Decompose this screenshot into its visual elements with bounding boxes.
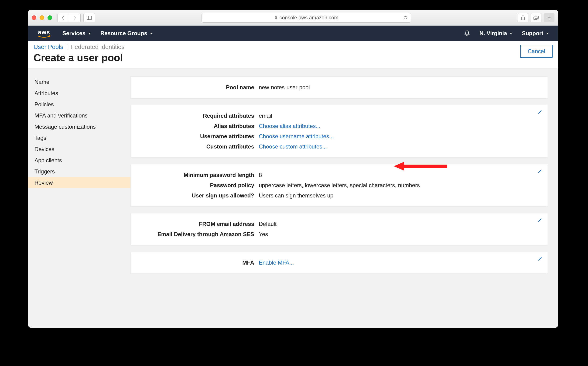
chevron-down-icon: ▼ <box>88 31 91 35</box>
label-username-attributes: Username attributes <box>138 133 259 140</box>
review-content: Pool name new-notes-user-pool Required a… <box>130 68 558 328</box>
value-pool-name: new-notes-user-pool <box>259 84 310 91</box>
aws-smile-icon <box>37 35 51 38</box>
fullscreen-window-button[interactable] <box>47 15 52 20</box>
sidebar-item-name[interactable]: Name <box>28 76 130 88</box>
sidebar-item-mfa-and-verifications[interactable]: MFA and verifications <box>28 110 130 121</box>
label-alias-attributes: Alias attributes <box>138 123 259 129</box>
tabs-button[interactable] <box>531 13 541 22</box>
card-pool-name: Pool name new-notes-user-pool <box>130 76 548 98</box>
browser-window: console.aws.amazon.com aws <box>28 10 558 328</box>
value-min-password-length: 8 <box>259 172 262 178</box>
sidebar-item-devices[interactable]: Devices <box>28 144 130 155</box>
value-ses-delivery: Yes <box>259 231 268 237</box>
value-required-attributes: email <box>259 113 272 119</box>
notifications-button[interactable] <box>464 30 470 37</box>
edit-mfa-button[interactable] <box>537 256 543 261</box>
sidebar-toggle-button[interactable] <box>83 13 95 22</box>
region-menu[interactable]: N. Virginia ▼ <box>479 30 513 37</box>
sidebar-item-review[interactable]: Review <box>28 177 130 188</box>
minimize-window-button[interactable] <box>40 15 44 20</box>
chevron-down-icon: ▼ <box>546 31 549 35</box>
breadcrumb-tabs: User Pools | Federated Identities <box>34 43 124 51</box>
label-mfa: MFA <box>138 259 259 266</box>
sidebar-item-triggers[interactable]: Triggers <box>28 166 130 177</box>
card-mfa: MFA Enable MFA... <box>130 252 548 274</box>
cancel-button[interactable]: Cancel <box>520 45 553 58</box>
page-title: Create a user pool <box>34 52 124 64</box>
pencil-icon <box>537 256 543 261</box>
svg-rect-2 <box>275 17 277 19</box>
browser-toolbar: console.aws.amazon.com <box>28 10 558 26</box>
chevron-down-icon: ▼ <box>509 31 513 35</box>
body-area: NameAttributesPoliciesMFA and verificati… <box>28 68 558 328</box>
card-policies: Minimum password length 8 Password polic… <box>130 164 548 206</box>
sidebar-item-policies[interactable]: Policies <box>28 99 130 110</box>
edit-policies-button[interactable] <box>537 168 543 174</box>
tab-user-pools[interactable]: User Pools <box>34 43 63 50</box>
window-controls <box>32 15 52 20</box>
back-button[interactable] <box>57 13 69 22</box>
tab-federated-identities[interactable]: Federated Identities <box>71 43 124 50</box>
address-text: console.aws.amazon.com <box>279 15 338 21</box>
card-attributes: Required attributes email Alias attribut… <box>130 105 548 158</box>
lock-icon <box>274 16 277 20</box>
label-required-attributes: Required attributes <box>138 113 259 119</box>
label-pool-name: Pool name <box>138 84 259 91</box>
bell-icon <box>464 30 470 37</box>
label-custom-attributes: Custom attributes <box>138 143 259 150</box>
support-menu[interactable]: Support ▼ <box>522 30 549 37</box>
label-min-password-length: Minimum password length <box>138 172 259 178</box>
page-subheader: User Pools | Federated Identities Create… <box>28 41 558 68</box>
aws-top-nav: aws Services ▼ Resource Groups ▼ N. Virg <box>28 26 558 41</box>
svg-rect-0 <box>87 16 92 20</box>
resource-groups-menu[interactable]: Resource Groups ▼ <box>100 30 153 37</box>
services-menu[interactable]: Services ▼ <box>62 30 91 37</box>
link-choose-alias-attributes[interactable]: Choose alias attributes... <box>259 123 320 129</box>
browser-right-controls <box>518 13 554 22</box>
svg-rect-5 <box>534 17 537 20</box>
share-button[interactable] <box>518 13 528 22</box>
label-ses-delivery: Email Delivery through Amazon SES <box>138 231 259 237</box>
close-window-button[interactable] <box>32 15 36 20</box>
svg-rect-6 <box>535 16 538 19</box>
link-enable-mfa[interactable]: Enable MFA... <box>259 259 294 266</box>
pencil-icon <box>537 217 543 223</box>
edit-attributes-button[interactable] <box>537 109 543 114</box>
label-password-policy: Password policy <box>138 182 259 189</box>
sidebar-item-message-customizations[interactable]: Message customizations <box>28 121 130 132</box>
link-choose-username-attributes[interactable]: Choose username attributes... <box>259 133 334 140</box>
value-password-policy: uppercase letters, lowercase letters, sp… <box>259 182 420 189</box>
reload-button[interactable] <box>403 15 408 20</box>
aws-logo[interactable]: aws <box>37 29 51 38</box>
forward-button[interactable] <box>69 13 81 22</box>
value-from-email: Default <box>259 221 276 227</box>
value-signups-allowed: Users can sign themselves up <box>259 192 333 199</box>
edit-email-button[interactable] <box>537 217 543 223</box>
nav-buttons <box>57 13 81 22</box>
chevron-down-icon: ▼ <box>149 31 153 35</box>
sidebar-item-attributes[interactable]: Attributes <box>28 88 130 99</box>
sidebar-item-app-clients[interactable]: App clients <box>28 155 130 166</box>
address-bar[interactable]: console.aws.amazon.com <box>201 13 411 23</box>
link-choose-custom-attributes[interactable]: Choose custom attributes... <box>259 143 327 150</box>
wizard-sidebar: NameAttributesPoliciesMFA and verificati… <box>28 68 130 328</box>
new-tab-button[interactable] <box>544 13 554 22</box>
pencil-icon <box>537 109 543 114</box>
card-email: FROM email address Default Email Deliver… <box>130 213 548 245</box>
label-signups-allowed: User sign ups allowed? <box>138 192 259 199</box>
pencil-icon <box>537 168 543 174</box>
sidebar-item-tags[interactable]: Tags <box>28 132 130 144</box>
label-from-email: FROM email address <box>138 221 259 227</box>
